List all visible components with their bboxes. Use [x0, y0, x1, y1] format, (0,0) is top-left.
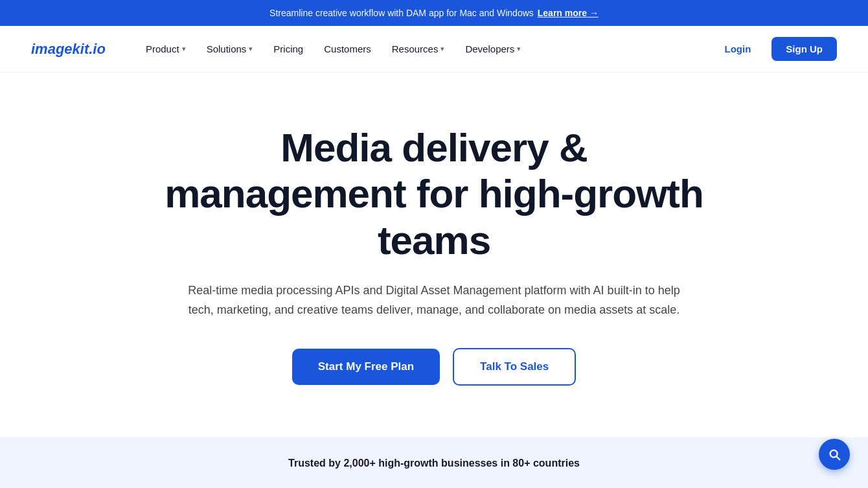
- announcement-text: Streamline creative workflow with DAM ap…: [269, 8, 534, 18]
- nav-item-solutions[interactable]: Solutions ▾: [198, 38, 262, 60]
- announcement-link[interactable]: Learn more →: [538, 8, 599, 18]
- chevron-down-icon: ▾: [182, 45, 186, 53]
- chevron-down-icon: ▾: [517, 45, 521, 53]
- nav-item-product[interactable]: Product ▾: [137, 38, 195, 60]
- chevron-down-icon: ▾: [440, 45, 444, 53]
- search-float-button[interactable]: [819, 439, 850, 470]
- chevron-down-icon: ▾: [249, 45, 253, 53]
- signup-button[interactable]: Sign Up: [771, 37, 837, 61]
- nav-links: Product ▾ Solutions ▾ Pricing Customers …: [137, 38, 712, 60]
- nav-item-pricing[interactable]: Pricing: [264, 38, 312, 60]
- announcement-bar: Streamline creative workflow with DAM ap…: [0, 0, 868, 26]
- trusted-section: Trusted by 2,000+ high-growth businesses…: [0, 437, 868, 488]
- nav-actions: Login Sign Up: [712, 37, 838, 61]
- hero-title: Media delivery & management for high-gro…: [155, 124, 713, 263]
- start-free-plan-button[interactable]: Start My Free Plan: [292, 349, 440, 385]
- search-icon: [827, 447, 841, 461]
- login-button[interactable]: Login: [712, 38, 764, 60]
- trusted-text: Trusted by 2,000+ high-growth businesses…: [288, 458, 580, 469]
- navbar: imagekit.io Product ▾ Solutions ▾ Pricin…: [0, 26, 868, 73]
- nav-item-resources[interactable]: Resources ▾: [383, 38, 454, 60]
- talk-to-sales-button[interactable]: Talk To Sales: [453, 348, 576, 386]
- nav-item-developers[interactable]: Developers ▾: [456, 38, 530, 60]
- hero-actions: Start My Free Plan Talk To Sales: [292, 348, 576, 386]
- nav-item-customers[interactable]: Customers: [315, 38, 380, 60]
- hero-subtitle: Real-time media processing APIs and Digi…: [188, 281, 680, 320]
- logo[interactable]: imagekit.io: [31, 41, 106, 58]
- hero-section: Media delivery & management for high-gro…: [0, 73, 868, 437]
